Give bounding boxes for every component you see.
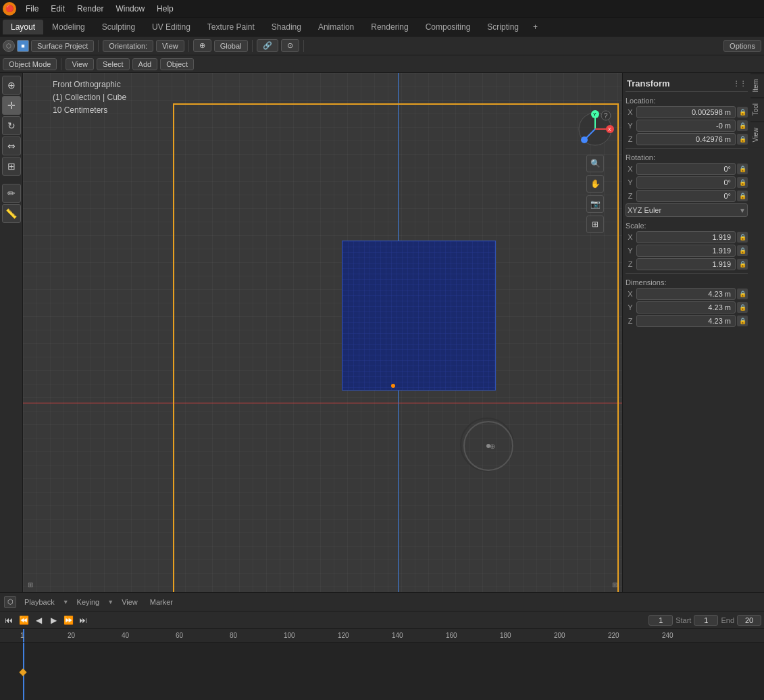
transform-tool-btn[interactable]: ⊞ (2, 157, 21, 176)
zoom-to-fit-btn[interactable]: 🔍 (586, 155, 604, 172)
scale-y-value[interactable]: 1.919 (636, 245, 736, 257)
tab-rendering[interactable]: Rendering (363, 20, 416, 34)
move-tool-btn[interactable]: ✛ (2, 96, 21, 115)
scale-tool-btn[interactable]: ⇔ (2, 136, 21, 155)
view-layer-icon[interactable]: ■ (17, 40, 29, 52)
dim-x-lock[interactable]: 🔒 (737, 289, 748, 299)
top-menu-bar: 🔴 File Edit Render Window Help (0, 0, 764, 18)
tab-compositing[interactable]: Compositing (417, 20, 479, 34)
dim-x-value[interactable]: 4.23 m (636, 288, 736, 300)
scale-x-lock[interactable]: 🔒 (737, 232, 748, 243)
tab-item[interactable]: Item (750, 73, 764, 97)
scale-y-lock[interactable]: 🔒 (737, 245, 748, 256)
viewport[interactable]: ⊕ Front Orthographic (1) Collection | Cu… (23, 73, 622, 592)
play-btn[interactable]: ▶ (47, 614, 59, 626)
rotation-mode-label: XYZ Euler (628, 206, 661, 214)
tab-texture-paint[interactable]: Texture Paint (199, 20, 263, 34)
timeline-area-toggle[interactable]: ⬡ (4, 596, 16, 608)
rot-y-label: Y (626, 178, 635, 186)
menu-edit[interactable]: Edit (45, 3, 70, 15)
playback-menu[interactable]: Playback (20, 597, 59, 607)
tab-scripting[interactable]: Scripting (479, 20, 527, 34)
transform-panel-grip[interactable]: ⋮⋮ (733, 80, 746, 87)
blender-logo[interactable]: 🔴 (3, 2, 16, 16)
play-reverse-btn[interactable]: ◀ (32, 614, 45, 626)
corner-resize-bl[interactable]: ⊞ (26, 580, 35, 589)
measure-tool-btn[interactable]: 📏 (2, 204, 21, 223)
rotation-mode-dropdown[interactable]: XYZ Euler ▼ (626, 203, 748, 217)
loc-y-lock[interactable]: 🔒 (737, 120, 748, 131)
surface-project-btn[interactable]: Surface Project (31, 40, 94, 52)
timeline-view-menu[interactable]: View (118, 597, 142, 607)
menu-window[interactable]: Window (110, 3, 150, 15)
right-panel-outer: Transform ⋮⋮ Location: X 0.002598 m 🔒 Y … (622, 73, 764, 592)
tab-animation[interactable]: Animation (310, 20, 362, 34)
location-y-value[interactable]: -0 m (636, 120, 736, 132)
orientation-dropdown[interactable]: View (156, 40, 184, 52)
axis-gizmo-widget[interactable]: Y X ? (576, 110, 614, 148)
scale-z-lock[interactable]: 🔒 (737, 259, 748, 270)
scene-dropdown[interactable]: ⬡ (3, 40, 15, 52)
ruler-label-80: 80 (230, 632, 237, 639)
rot-z-lock[interactable]: 🔒 (737, 191, 748, 201)
select-menu[interactable]: Select (97, 58, 130, 70)
object-menu[interactable]: Object (160, 58, 194, 70)
tab-add-button[interactable]: + (528, 20, 543, 34)
dim-y-lock[interactable]: 🔒 (737, 302, 748, 313)
dim-z-lock[interactable]: 🔒 (737, 316, 748, 326)
location-x-value[interactable]: 0.002598 m (636, 106, 736, 118)
pan-btn[interactable]: ✋ (586, 175, 604, 193)
menu-help[interactable]: Help (151, 3, 179, 15)
rotate-tool-btn[interactable]: ↻ (2, 116, 21, 135)
ruler-label-180: 180 (500, 632, 511, 639)
prev-frame-btn[interactable]: ⏪ (18, 614, 30, 626)
next-frame-btn[interactable]: ⏩ (62, 614, 74, 626)
dim-y-value[interactable]: 4.23 m (636, 301, 736, 314)
location-z-value[interactable]: 0.42976 m (636, 133, 736, 145)
tab-layout[interactable]: Layout (3, 20, 43, 34)
tab-sculpting[interactable]: Sculpting (94, 20, 143, 34)
timeline-content[interactable] (0, 643, 764, 700)
object-mode-dropdown[interactable]: Object Mode (3, 58, 57, 70)
end-frame-input[interactable] (737, 615, 761, 626)
annotate-tool-btn[interactable]: ✏ (2, 184, 21, 203)
rot-x-label: X (626, 165, 635, 173)
rotation-x-value[interactable]: 0° (636, 163, 736, 175)
dim-z-value[interactable]: 4.23 m (636, 315, 736, 327)
tab-modeling[interactable]: Modeling (44, 20, 93, 34)
corner-resize-br[interactable]: ⊞ (610, 580, 619, 589)
keying-menu[interactable]: Keying (73, 597, 104, 607)
marker-menu[interactable]: Marker (146, 597, 177, 607)
rotation-z-value[interactable]: 0° (636, 190, 736, 202)
start-frame-input[interactable] (694, 615, 718, 626)
options-btn[interactable]: Options (723, 40, 761, 52)
jump-end-btn[interactable]: ⏭ (77, 614, 89, 626)
snap-btn[interactable]: 🔗 (257, 39, 278, 52)
camera-view-btn[interactable]: 📷 (586, 195, 604, 213)
keyframe-indicator (19, 668, 26, 676)
menu-render[interactable]: Render (72, 3, 109, 15)
tab-view[interactable]: View (750, 122, 764, 148)
cursor-tool-btn[interactable]: ⊕ (2, 76, 21, 95)
scale-x-value[interactable]: 1.919 (636, 231, 736, 243)
loc-z-lock[interactable]: 🔒 (737, 134, 748, 145)
scale-y-label: Y (626, 247, 635, 255)
current-frame-input[interactable]: 1 (648, 615, 673, 626)
menu-file[interactable]: File (20, 3, 44, 15)
global-dropdown[interactable]: Global (214, 40, 248, 52)
tab-shading[interactable]: Shading (263, 20, 309, 34)
tab-uv-editing[interactable]: UV Editing (144, 20, 199, 34)
rot-x-lock[interactable]: 🔒 (737, 164, 748, 174)
pivot-btn[interactable]: ⊕ (193, 39, 211, 52)
rot-y-lock[interactable]: 🔒 (737, 177, 748, 188)
rotation-y-value[interactable]: 0° (636, 176, 736, 189)
scale-z-value[interactable]: 1.919 (636, 258, 736, 270)
tab-tool[interactable]: Tool (750, 97, 764, 121)
grid-toggle-btn[interactable]: ⊞ (586, 216, 604, 233)
proportional-btn[interactable]: ⊙ (281, 39, 299, 52)
add-menu[interactable]: Add (132, 58, 158, 70)
separator-2 (188, 40, 189, 52)
loc-x-lock[interactable]: 🔒 (737, 107, 748, 118)
view-menu[interactable]: View (66, 58, 94, 70)
jump-start-btn[interactable]: ⏮ (3, 614, 15, 626)
